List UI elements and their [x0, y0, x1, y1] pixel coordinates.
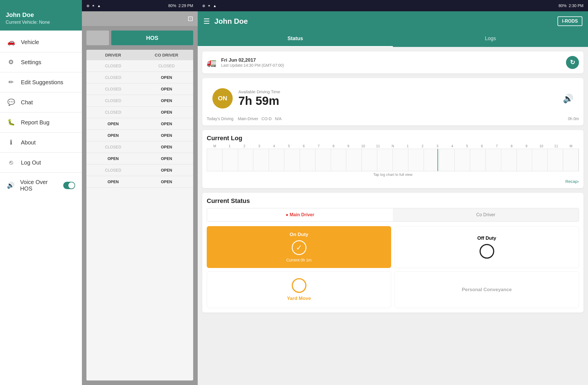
log-grid-col	[207, 149, 223, 171]
timeline-label: 7	[311, 144, 326, 148]
drawer-header: John Doe Current Vehicle: None	[0, 0, 82, 31]
yard-move-tile[interactable]: Yard Move	[207, 271, 391, 308]
today-driving-row: Today's Driving Main-Driver CO-D N/A 0h …	[207, 114, 579, 121]
sidebar-item-report-bug[interactable]: 🐛 Report Bug	[0, 114, 82, 131]
left-statusbar: ⊕ ✴ ▲ 80% 2:29 PM	[82, 0, 198, 11]
off-duty-label: Off Duty	[477, 235, 496, 241]
table-rows: CLOSED CLOSED CLOSED OPEN CLOSED OPEN CL…	[86, 60, 193, 188]
driver-cell: CLOSED	[86, 98, 140, 103]
settings-icon: ⚙	[7, 59, 15, 66]
timeline-label: 6	[474, 144, 489, 148]
log-timeline-header: M1234567891011N1234567891011M	[207, 144, 579, 148]
left-main-content: ⊕ ✴ ▲ 80% 2:29 PM ⊡ HOS DRIVER CO DRIVER	[82, 0, 198, 385]
yard-move-circle	[292, 278, 306, 293]
divider	[0, 72, 82, 72]
panel-icon[interactable]: ⊡	[188, 15, 193, 23]
log-grid-col	[362, 149, 377, 171]
voice-toggle[interactable]	[63, 182, 75, 189]
wifi-icon: ▲	[97, 4, 101, 8]
timeline-label: 8	[504, 144, 519, 148]
refresh-button[interactable]: ↻	[566, 56, 579, 69]
off-duty-circle	[480, 244, 494, 259]
hos-gray-section	[86, 31, 109, 45]
driver-cell: OPEN	[86, 179, 140, 184]
sidebar-item-settings[interactable]: ⚙ Settings	[0, 53, 82, 71]
bug-icon: 🐛	[7, 119, 15, 126]
log-grid-col	[331, 149, 347, 171]
bt-icon: ✴	[92, 4, 95, 8]
right-wifi-icon: ▲	[213, 4, 217, 8]
table-header: DRIVER CO DRIVER	[86, 50, 193, 60]
irods-button[interactable]: I-RODS	[557, 16, 582, 26]
log-grid-col	[470, 149, 486, 171]
table-row: CLOSED OPEN	[86, 95, 193, 107]
co-driver-cell: CLOSED	[140, 64, 193, 68]
sound-icon[interactable]: 🔊	[563, 94, 573, 103]
tab-status[interactable]: Status	[198, 31, 393, 47]
table-row: OPEN OPEN	[86, 176, 193, 188]
sidebar-item-about-label: About	[21, 139, 36, 146]
on-duty-tile[interactable]: On Duty ✓ Current 0h 1m	[207, 226, 391, 268]
hamburger-icon[interactable]: ☰	[203, 17, 210, 26]
log-grid-col	[408, 149, 424, 171]
driver-cell: OPEN	[86, 156, 140, 161]
driver-cell: CLOSED	[86, 110, 140, 114]
co-driver-tab-label: Co Driver	[476, 212, 495, 217]
main-driver-tab[interactable]: Main Driver	[207, 208, 393, 221]
sidebar-item-edit-label: Edit Suggestions	[21, 79, 63, 86]
personal-conveyance-tile[interactable]: Personal Conveyance	[395, 271, 579, 308]
sidebar-item-logout-label: Log Out	[21, 159, 41, 166]
co-driver-col-header: CO DRIVER	[140, 53, 193, 57]
sidebar-item-edit-suggestions[interactable]: ✏ Edit Suggestions	[0, 73, 82, 91]
log-grid-col	[315, 149, 331, 171]
right-time: 2:30 PM	[569, 3, 583, 8]
left-battery: 80%	[168, 3, 176, 8]
sidebar-item-about[interactable]: ℹ About	[0, 134, 82, 151]
sidebar-item-voice[interactable]: 🔊 Voice Over HOS	[0, 174, 82, 197]
status-date: Fri Jun 02,2017	[221, 57, 561, 63]
available-label: Available Driving Time	[238, 89, 557, 94]
recap-row[interactable]: Recap ›	[207, 177, 579, 184]
timeline-label: 9	[519, 144, 534, 148]
recap-label: Recap	[565, 179, 578, 184]
hos-button[interactable]: HOS	[111, 31, 193, 45]
co-driver-cell: OPEN	[140, 168, 193, 172]
timeline-label: M	[207, 144, 222, 148]
personal-conveyance-label: Personal Conveyance	[462, 287, 512, 293]
log-active-line	[437, 149, 438, 171]
driver-cell: CLOSED	[86, 75, 140, 80]
left-content-area: HOS DRIVER CO DRIVER CLOSED CLOSED CLOSE…	[82, 26, 198, 385]
table-row: OPEN OPEN	[86, 118, 193, 130]
status-info: Fri Jun 02,2017 Last Update:14:30 PM (GM…	[221, 57, 561, 68]
sidebar-item-chat[interactable]: 💬 Chat	[0, 94, 82, 111]
right-statusbar: ⊕ ✴ ▲ 80% 2:30 PM	[198, 0, 588, 11]
current-log-card: Current Log M1234567891011N1234567891011…	[202, 130, 583, 188]
sidebar-item-logout[interactable]: ⎋ Log Out	[0, 154, 82, 171]
on-duty-sub: Current 0h 1m	[286, 258, 312, 262]
tab-bar: Status Logs	[198, 31, 588, 47]
timeline-label: 6	[296, 144, 311, 148]
divider	[0, 112, 82, 113]
log-grid-col	[486, 149, 501, 171]
log-chart[interactable]	[207, 149, 579, 171]
divider	[0, 132, 82, 133]
table-row: OPEN OPEN	[86, 153, 193, 165]
timeline-label: 2	[237, 144, 252, 148]
right-bt-icon: ✴	[208, 4, 211, 8]
co-driver-cell: OPEN	[140, 145, 193, 149]
co-driver-cell: OPEN	[140, 98, 193, 103]
drawer-items-list: 🚗 Vehicle ⚙ Settings ✏ Edit Suggestions …	[0, 31, 82, 385]
log-grid-col	[346, 149, 362, 171]
tab-logs[interactable]: Logs	[393, 31, 588, 47]
timeline-label: N	[386, 144, 400, 148]
recap-arrow: ›	[578, 179, 579, 184]
status-grid: On Duty ✓ Current 0h 1m Off Duty Yard Mo…	[207, 226, 579, 308]
co-driver-tab[interactable]: Co Driver	[393, 208, 579, 221]
left-time: 2:29 PM	[178, 3, 193, 8]
off-duty-tile[interactable]: Off Duty	[395, 226, 579, 268]
log-grid-col	[223, 149, 238, 171]
table-row: CLOSED OPEN	[86, 83, 193, 95]
main-driver-tab-label: Main Driver	[289, 212, 314, 217]
sidebar-item-vehicle[interactable]: 🚗 Vehicle	[0, 33, 82, 51]
status-last-update: Last Update:14:30 PM (GMT-07:00)	[221, 63, 561, 68]
